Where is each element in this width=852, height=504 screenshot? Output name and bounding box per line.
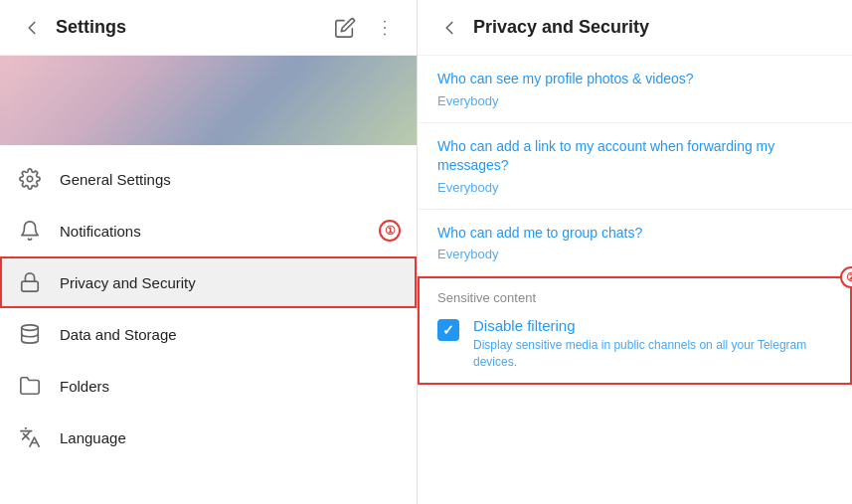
data-storage-label: Data and Storage: [60, 326, 401, 343]
right-panel: Privacy and Security Who can see my prof…: [418, 0, 852, 504]
language-label: Language: [60, 429, 401, 446]
disable-filtering-description: Display sensitive media in public channe…: [473, 337, 832, 371]
sidebar-item-privacy[interactable]: Privacy and Security: [0, 256, 417, 308]
folders-label: Folders: [60, 378, 401, 395]
forwarding-question: Who can add a link to my account when fo…: [437, 137, 832, 176]
checkmark-icon: ✓: [442, 322, 454, 338]
database-icon: [16, 320, 44, 348]
translate-icon: [16, 423, 44, 451]
profile-photos-question: Who can see my profile photos & videos?: [437, 70, 832, 89]
right-header: Privacy and Security: [418, 0, 852, 56]
right-content: Who can see my profile photos & videos? …: [418, 56, 852, 504]
bell-icon: [16, 217, 44, 245]
nav-list: General Settings Notifications ① Privacy…: [0, 145, 417, 504]
sensitive-section-badge: ②: [840, 266, 852, 288]
general-settings-label: General Settings: [60, 171, 401, 188]
left-panel: Settings: [0, 0, 418, 504]
profile-photos-row[interactable]: Who can see my profile photos & videos? …: [418, 56, 852, 123]
pencil-icon: [334, 17, 356, 39]
svg-point-1: [384, 27, 386, 29]
right-panel-title: Privacy and Security: [473, 17, 649, 38]
group-chats-row[interactable]: Who can add me to group chats? Everybody: [418, 210, 852, 277]
disable-filtering-checkbox[interactable]: ✓: [437, 319, 459, 341]
sidebar-item-notifications[interactable]: Notifications ①: [0, 205, 417, 256]
sensitive-section-title: Sensitive content: [437, 290, 832, 305]
edit-button[interactable]: [329, 12, 361, 44]
svg-rect-4: [22, 281, 39, 291]
profile-banner: [0, 56, 417, 145]
disable-filtering-label: Disable filtering: [473, 317, 832, 334]
sensitive-content-section: ② Sensitive content ✓ Disable filtering …: [418, 276, 852, 385]
more-vertical-icon: [374, 17, 396, 39]
profile-photos-value: Everybody: [437, 93, 832, 108]
gear-icon: [16, 165, 44, 193]
back-button-right[interactable]: [433, 12, 465, 44]
folder-icon: [16, 372, 44, 400]
lock-icon: [16, 268, 44, 296]
forwarding-value: Everybody: [437, 180, 832, 195]
more-button[interactable]: [369, 12, 401, 44]
left-panel-title: Settings: [56, 17, 329, 38]
group-chats-question: Who can add me to group chats?: [437, 224, 832, 244]
header-icons: [329, 12, 401, 44]
notifications-badge: ①: [379, 220, 401, 242]
sensitive-text: Disable filtering Display sensitive medi…: [473, 317, 832, 371]
svg-point-5: [22, 325, 39, 331]
svg-point-2: [384, 33, 386, 35]
back-button-left[interactable]: [16, 12, 48, 44]
svg-point-3: [27, 176, 33, 182]
group-chats-value: Everybody: [437, 247, 832, 261]
back-arrow-right-icon: [438, 17, 460, 39]
back-arrow-icon: [21, 17, 43, 39]
sidebar-item-data[interactable]: Data and Storage: [0, 308, 417, 360]
notifications-label: Notifications: [60, 223, 379, 240]
sensitive-row: ✓ Disable filtering Display sensitive me…: [437, 317, 832, 371]
privacy-label: Privacy and Security: [60, 274, 401, 291]
svg-point-0: [384, 20, 386, 22]
sidebar-item-general[interactable]: General Settings: [0, 153, 417, 205]
forwarding-row[interactable]: Who can add a link to my account when fo…: [418, 123, 852, 210]
sidebar-item-language[interactable]: Language: [0, 412, 417, 463]
sidebar-item-folders[interactable]: Folders: [0, 360, 417, 412]
left-header: Settings: [0, 0, 417, 56]
